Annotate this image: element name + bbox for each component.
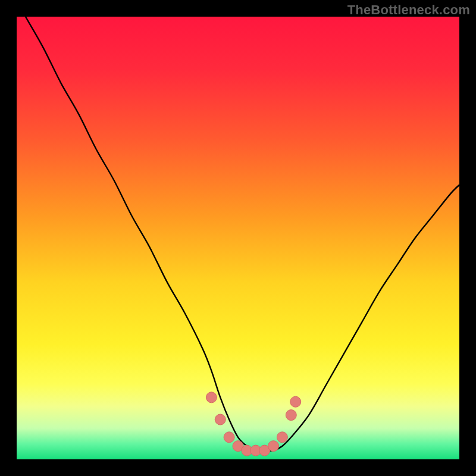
- plot-area: [17, 17, 459, 459]
- watermark-text: TheBottleneck.com: [347, 2, 470, 18]
- marker-point: [224, 432, 234, 443]
- marker-point: [277, 432, 287, 443]
- gradient-background: [17, 17, 459, 459]
- marker-point: [215, 414, 226, 425]
- marker-point: [206, 392, 217, 403]
- marker-point: [268, 441, 279, 452]
- marker-point: [290, 396, 301, 407]
- marker-point: [286, 410, 296, 421]
- bottleneck-chart: [17, 17, 459, 459]
- outer-frame: TheBottleneck.com: [0, 0, 476, 476]
